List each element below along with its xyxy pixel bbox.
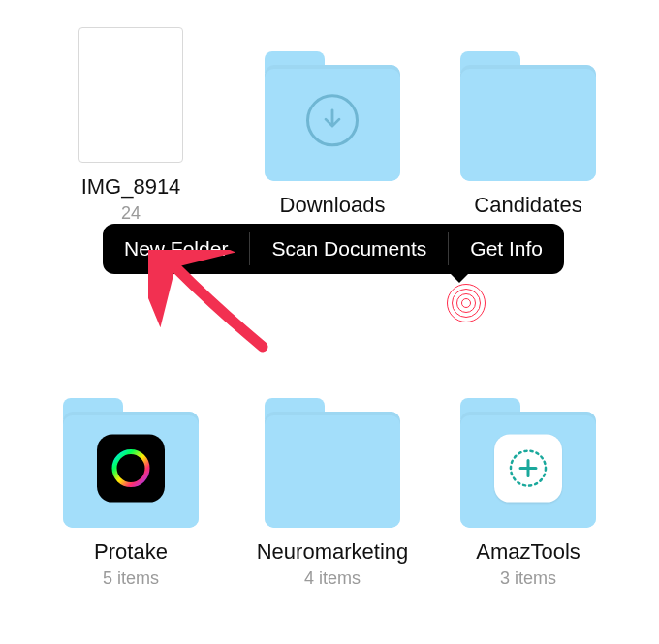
folder-thumb [460, 392, 596, 528]
folder-thumb [265, 46, 400, 181]
folder-name: Downloads [280, 193, 386, 218]
folder-name: Candidates [474, 193, 581, 218]
folder-thumb [460, 46, 596, 181]
file-item[interactable]: IMG_8914 24 [39, 27, 223, 224]
svg-point-0 [114, 452, 147, 485]
file-thumb [63, 27, 199, 163]
folder-icon [460, 65, 596, 181]
folder-thumb [63, 392, 199, 528]
folder-icon [63, 412, 199, 528]
folder-item[interactable]: Neuromarketing 4 items [240, 392, 424, 589]
folder-icon [265, 65, 400, 181]
folder-item[interactable]: Downloads [240, 46, 424, 218]
amaztools-app-icon [494, 435, 562, 503]
folder-name: Neuromarketing [257, 539, 409, 565]
folder-name: Protake [94, 539, 168, 565]
download-arrow-icon [306, 94, 359, 146]
folder-item[interactable]: Candidates [436, 46, 620, 218]
file-sub: 24 [121, 203, 141, 224]
folder-item[interactable]: Protake 5 items [39, 392, 223, 589]
menu-new-folder[interactable]: New Folder [103, 224, 249, 274]
menu-scan-documents[interactable]: Scan Documents [250, 224, 448, 274]
menu-get-info[interactable]: Get Info [449, 224, 564, 274]
folder-sub: 4 items [304, 568, 361, 589]
file-grid: IMG_8914 24 Downloads Candidates [0, 0, 659, 644]
blank-file-icon [78, 27, 183, 163]
folder-icon [460, 412, 596, 528]
folder-thumb [265, 392, 400, 528]
folder-sub: 3 items [500, 568, 556, 589]
folder-item[interactable]: AmazTools 3 items [436, 392, 620, 589]
folder-sub: 5 items [103, 568, 159, 589]
folder-name: AmazTools [476, 539, 581, 565]
context-menu: New Folder Scan Documents Get Info [103, 224, 564, 274]
folder-icon [265, 412, 400, 528]
protake-app-icon [97, 435, 165, 503]
file-name: IMG_8914 [81, 174, 181, 199]
